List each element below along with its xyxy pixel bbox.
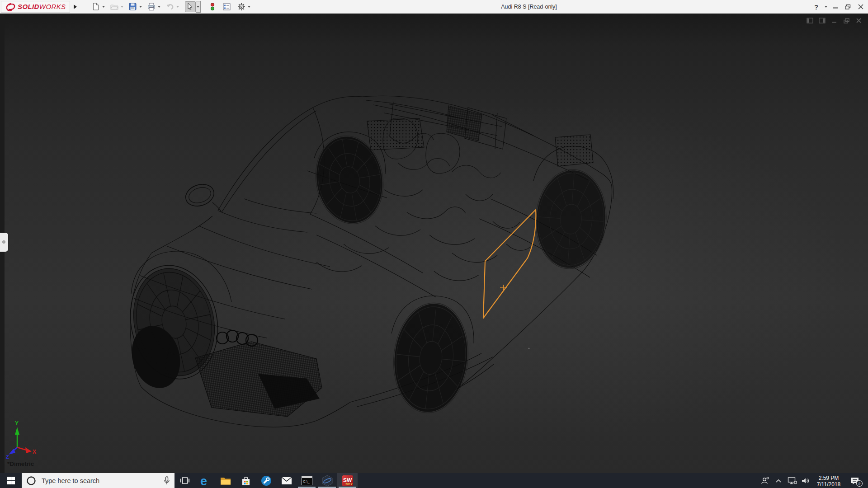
screen: SOLIDWORKS — [0, 0, 868, 488]
help-button[interactable]: ? — [811, 1, 822, 13]
new-document-icon — [92, 3, 99, 10]
select-cursor-icon — [187, 3, 193, 10]
speaker-icon — [801, 477, 810, 485]
dassault-swoosh-icon — [5, 2, 16, 11]
options-button[interactable] — [236, 1, 247, 12]
options-gear-icon — [237, 3, 245, 11]
view-orientation-label: *Dimetric — [7, 460, 34, 467]
taskbar-store-button[interactable] — [236, 473, 256, 488]
taskbar-edrawings-button[interactable] — [317, 473, 337, 488]
close-icon — [858, 4, 863, 9]
network-icon — [788, 477, 797, 485]
taskbar-solidworks-button[interactable]: SW 2017 — [337, 473, 358, 488]
open-icon — [110, 3, 118, 10]
command-prompt-icon: C:\_ — [302, 476, 312, 485]
start-button[interactable] — [0, 473, 22, 488]
taskbar-search[interactable] — [22, 473, 175, 488]
search-input[interactable] — [41, 477, 159, 485]
microphone-icon[interactable] — [164, 476, 170, 485]
new-document-button[interactable] — [90, 1, 101, 12]
system-tray: 2:59 PM 7/11/2018 2 — [758, 473, 868, 488]
sw-year: 2017 — [345, 483, 353, 486]
restore-button[interactable] — [842, 1, 854, 13]
undo-button[interactable] — [165, 1, 175, 12]
taskbar-tools-button[interactable] — [256, 473, 276, 488]
file-properties-icon — [223, 3, 231, 10]
file-properties-button[interactable] — [222, 1, 232, 12]
new-document-dropdown[interactable] — [101, 1, 106, 12]
display-pane-icon — [819, 18, 826, 23]
display-pane-button[interactable] — [818, 17, 826, 24]
menu-flyout-button[interactable] — [71, 1, 80, 12]
taskbar-command-prompt-button[interactable]: C:\_ — [297, 473, 317, 488]
pin-icon — [2, 240, 5, 244]
undo-dropdown[interactable] — [175, 1, 180, 12]
triad-z-label: Z — [6, 454, 9, 460]
close-button[interactable] — [855, 1, 866, 13]
brand-text: SOLIDWORKS — [18, 3, 66, 10]
document-window-controls — [806, 17, 863, 24]
mail-icon — [281, 477, 292, 485]
task-view-button[interactable] — [175, 473, 195, 488]
restore-icon — [844, 18, 850, 23]
graphics-area[interactable]: Y X Z — [0, 14, 868, 473]
taskbar-mail-button[interactable] — [276, 473, 297, 488]
solidworks-2017-icon: SW 2017 — [342, 475, 354, 487]
panel-pin-tab[interactable] — [0, 233, 8, 252]
select-tool-dropdown[interactable] — [196, 1, 201, 13]
hidden-icons-button[interactable] — [772, 473, 785, 488]
taskbar-file-explorer-button[interactable] — [215, 473, 236, 488]
minimize-icon — [833, 4, 838, 9]
title-bar: SOLIDWORKS — [0, 0, 868, 14]
open-button[interactable] — [109, 1, 120, 12]
edge-icon: e — [199, 475, 211, 487]
minimize-button[interactable] — [830, 1, 841, 13]
volume-button[interactable] — [799, 473, 812, 488]
solidworks-logo: SOLIDWORKS — [1, 1, 70, 13]
doc-minimize-button[interactable] — [830, 17, 838, 24]
taskbar-clock[interactable]: 2:59 PM 7/11/2018 — [812, 474, 845, 488]
notification-badge: 2 — [856, 480, 863, 487]
store-icon — [241, 475, 251, 486]
car-wireframe-canvas[interactable]: Y X Z — [0, 14, 868, 473]
car-wireframe-model — [120, 96, 613, 427]
window-title: Audi R8 S [Read-only] — [501, 0, 557, 14]
cmd-prompt-text: C:\_ — [303, 479, 310, 483]
task-view-icon — [180, 477, 189, 484]
taskbar-edge-button[interactable]: e — [195, 473, 215, 488]
action-center-button[interactable]: 2 — [845, 473, 865, 488]
restore-icon — [845, 4, 851, 9]
clock-date: 7/11/2018 — [812, 481, 845, 488]
doc-close-button[interactable] — [855, 17, 863, 24]
print-button[interactable] — [146, 1, 157, 12]
save-dropdown[interactable] — [138, 1, 143, 12]
rebuild-button[interactable] — [207, 1, 218, 12]
select-tool-button[interactable] — [185, 1, 196, 12]
undo-icon — [166, 3, 174, 10]
windows-taskbar: e — [0, 473, 868, 488]
people-button[interactable] — [758, 473, 772, 488]
doc-restore-button[interactable] — [843, 17, 850, 24]
network-button[interactable] — [785, 473, 799, 488]
print-dropdown[interactable] — [157, 1, 162, 12]
feature-pane-button[interactable] — [806, 17, 814, 24]
print-icon — [147, 3, 156, 10]
file-explorer-icon — [220, 476, 231, 485]
save-button[interactable] — [127, 1, 138, 12]
main-toolbar — [90, 1, 254, 13]
brand-bold: SOLID — [18, 3, 39, 10]
brand-light: WORKS — [39, 3, 66, 10]
triad-y-label: Y — [15, 420, 19, 427]
rebuild-traffic-light-icon — [210, 3, 215, 11]
help-dropdown[interactable] — [823, 1, 828, 12]
feature-pane-icon — [807, 18, 813, 23]
options-dropdown[interactable] — [247, 1, 252, 12]
chevron-up-icon — [775, 479, 782, 483]
window-controls: ? — [811, 0, 866, 14]
save-icon — [129, 3, 137, 10]
minimize-icon — [832, 18, 837, 23]
right-arrow-icon — [73, 4, 77, 9]
selection-highlight — [483, 210, 536, 318]
clock-time: 2:59 PM — [812, 475, 845, 481]
open-dropdown[interactable] — [120, 1, 125, 12]
